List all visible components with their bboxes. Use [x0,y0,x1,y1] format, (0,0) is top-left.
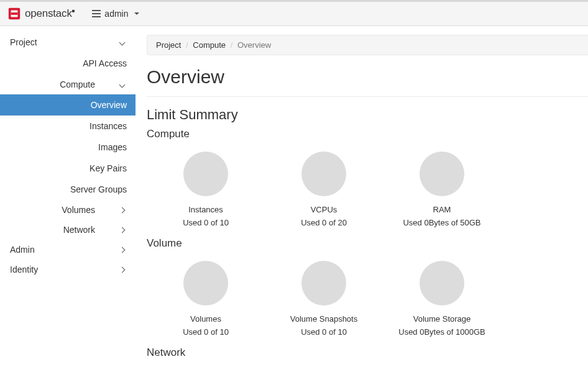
limit-label: Volume Snapshots [290,314,357,324]
main-content: Project / Compute / Overview Overview Li… [136,26,588,367]
sidebar-label-volumes: Volumes [62,205,95,215]
topbar: openstack■ admin [0,0,588,26]
limit-circle-icon [183,261,228,306]
chevron-down-icon [119,39,126,45]
limit-usage: Used 0 of 10 [183,218,229,227]
limit-summary-heading: Limit Summary [147,107,588,123]
limit-item-volume-snapshots: Volume Snapshots Used 0 of 10 [265,256,383,342]
caret-down-icon [134,12,139,15]
limit-usage: Used 0 of 10 [183,327,229,337]
limit-label: Instances [188,205,223,214]
brand[interactable]: openstack■ [7,7,75,20]
limit-item-volume-storage: Volume Storage Used 0Bytes of 1000GB [383,256,501,342]
brand-text: openstack■ [25,7,75,20]
limit-circle-icon [420,261,464,306]
limit-usage: Used 0Bytes of 1000GB [398,327,485,337]
sidebar: Project API Access Compute Overview Inst… [0,26,136,367]
project-bars-icon [92,10,101,17]
sidebar-label-identity: Identity [10,265,38,274]
project-selector-label: admin [104,9,128,19]
sidebar-label-network: Network [63,225,95,235]
chevron-right-icon [119,247,126,253]
breadcrumb-overview: Overview [237,40,271,50]
limit-usage: Used 0Bytes of 50GB [403,218,480,227]
limit-label: Volumes [190,314,221,324]
limit-item-vcpus: VCPUs Used 0 of 20 [265,147,383,232]
limit-circle-icon [301,261,346,306]
breadcrumb-compute[interactable]: Compute [193,40,226,50]
limits-row-volume: Volumes Used 0 of 10 Volume Snapshots Us… [147,256,588,342]
sidebar-item-key-pairs[interactable]: Key Pairs [0,158,136,179]
sidebar-group-project[interactable]: Project [0,32,136,52]
limit-item-volumes: Volumes Used 0 of 10 [147,256,265,342]
sidebar-item-images[interactable]: Images [0,137,136,158]
limits-compute-heading: Compute [147,128,588,140]
sidebar-item-server-groups[interactable]: Server Groups [0,179,136,200]
chevron-down-icon [119,81,126,88]
sidebar-label-admin: Admin [10,245,35,255]
limit-circle-icon [420,152,464,196]
limits-volume-heading: Volume [147,237,588,250]
limit-item-ram: RAM Used 0Bytes of 50GB [383,147,501,232]
sidebar-label-compute: Compute [60,79,95,89]
sidebar-item-api-access[interactable]: API Access [0,52,136,75]
sidebar-group-network[interactable]: Network [0,220,136,240]
limits-row-compute: Instances Used 0 of 10 VCPUs Used 0 of 2… [147,147,588,232]
sidebar-group-compute[interactable]: Compute [0,75,136,94]
svg-rect-4 [92,13,101,14]
limit-item-instances: Instances Used 0 of 10 [147,147,265,232]
svg-rect-3 [92,10,101,11]
limits-network-heading: Network [147,347,588,359]
breadcrumb-project[interactable]: Project [156,40,181,50]
svg-rect-5 [92,16,101,17]
sidebar-item-instances[interactable]: Instances [0,116,136,137]
page-title: Overview [147,66,588,88]
limit-label: Volume Storage [413,314,471,324]
project-selector[interactable]: admin [92,9,139,19]
limit-label: RAM [433,205,451,214]
sidebar-group-admin[interactable]: Admin [0,240,136,260]
chevron-right-icon [119,266,126,273]
sidebar-group-identity[interactable]: Identity [0,260,136,279]
limit-usage: Used 0 of 10 [301,327,347,337]
sidebar-group-volumes[interactable]: Volumes [0,200,136,220]
limit-usage: Used 0 of 20 [301,218,347,227]
sidebar-item-overview[interactable]: Overview [0,94,136,116]
breadcrumb: Project / Compute / Overview [147,35,588,55]
limit-circle-icon [183,152,228,196]
openstack-logo-icon [7,7,21,20]
sidebar-label-project: Project [10,37,37,47]
limit-circle-icon [301,152,346,196]
svg-rect-2 [11,12,18,15]
chevron-right-icon [119,227,126,233]
limit-label: VCPUs [311,205,338,214]
divider [147,96,588,97]
chevron-right-icon [119,207,126,213]
